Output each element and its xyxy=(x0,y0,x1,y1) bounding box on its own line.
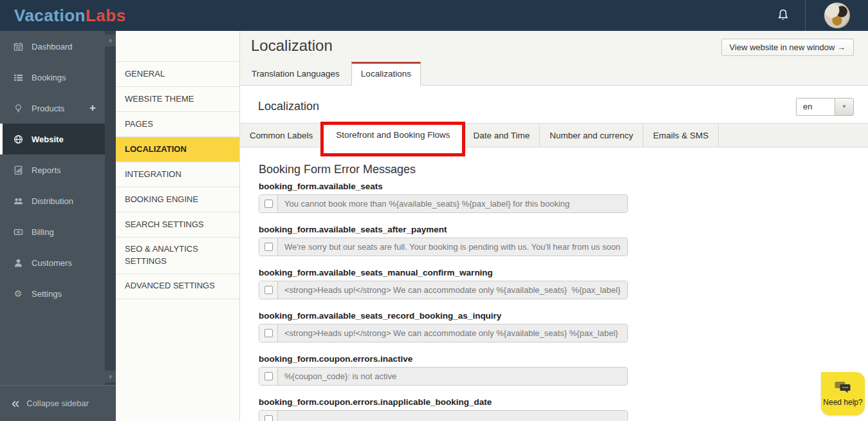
sidebar-scrollbar[interactable]: ∧ ∨ xyxy=(105,31,116,385)
tab-translation-languages[interactable]: Translation Languages xyxy=(240,62,351,86)
report-icon xyxy=(13,165,23,175)
scroll-down-icon[interactable]: ∨ xyxy=(105,371,116,382)
translate-checkbox[interactable] xyxy=(264,372,273,380)
subnav-item-seo-analytics-settings[interactable]: SEO & ANALYTICS SETTINGS xyxy=(116,238,239,274)
billing-icon xyxy=(13,227,23,237)
chevron-down-icon[interactable]: ▼ xyxy=(835,98,853,115)
subnav-item-search-settings[interactable]: SEARCH SETTINGS xyxy=(116,212,239,238)
sidebar-item-billing[interactable]: Billing xyxy=(0,216,105,247)
section-heading: Booking Form Error Messages xyxy=(259,163,868,176)
field-available-seats-after-payment: booking_form.available_seats_after_payme… xyxy=(259,225,868,256)
subtab-number-and-currency[interactable]: Number and currency xyxy=(540,124,643,147)
checkbox-addon xyxy=(259,238,278,256)
sidebar-item-products[interactable]: Products + xyxy=(0,93,105,124)
translation-input-group xyxy=(259,324,628,342)
language-select-value: en xyxy=(797,98,835,115)
sidebar-item-reports[interactable]: Reports xyxy=(0,154,105,185)
bell-icon xyxy=(777,8,790,23)
subnav-item-booking-engine[interactable]: BOOKING ENGINE xyxy=(116,187,239,212)
subnav-item-integration[interactable]: INTEGRATION xyxy=(116,162,239,187)
checkbox-addon xyxy=(259,195,278,212)
translate-checkbox[interactable] xyxy=(264,286,273,294)
checkbox-addon xyxy=(259,411,278,421)
sidebar-item-settings[interactable]: ⚙ Settings xyxy=(0,278,105,309)
field-key-label: booking_form.coupon.errors.inapplicable_… xyxy=(259,397,868,407)
gear-icon: ⚙ xyxy=(13,288,23,299)
main-tabs: Translation Languages Localizations xyxy=(240,62,421,86)
sidebar-item-label: Dashboard xyxy=(32,42,73,51)
primary-sidebar: Dashboard Bookings Products + Website Re… xyxy=(0,31,105,385)
need-help-label: Need help? xyxy=(823,398,862,407)
subtab-common-labels[interactable]: Common Labels xyxy=(240,124,323,147)
add-product-icon[interactable]: + xyxy=(89,102,96,115)
translate-checkbox[interactable] xyxy=(264,200,273,208)
double-chevron-left-icon: « xyxy=(12,397,19,411)
subnav-label: ADVANCED SETTINGS xyxy=(125,280,215,292)
translation-input[interactable] xyxy=(278,195,627,212)
customer-icon xyxy=(13,257,23,268)
field-key-label: booking_form.available_seats_after_payme… xyxy=(259,225,868,234)
subnav-item-website-theme[interactable]: WEBSITE THEME xyxy=(116,87,239,112)
translate-checkbox[interactable] xyxy=(264,329,273,337)
list-icon xyxy=(13,72,23,82)
field-key-label: booking_form.available_seats_record_book… xyxy=(259,311,868,321)
website-settings-nav: GENERAL WEBSITE THEME PAGES LOCALIZATION… xyxy=(116,31,240,421)
vacationlabs-logo[interactable]: VacationLabs xyxy=(14,6,126,26)
view-website-button[interactable]: View website in new window → xyxy=(721,39,854,56)
page-header: Localization View website in new window … xyxy=(240,31,868,86)
subnav-spacer xyxy=(116,31,239,62)
translation-input[interactable] xyxy=(278,238,627,256)
translation-input-group xyxy=(259,238,628,256)
page-title: Localization xyxy=(251,37,333,55)
avatar xyxy=(824,3,850,28)
sidebar-item-bookings[interactable]: Bookings xyxy=(0,62,105,93)
subnav-label: INTEGRATION xyxy=(125,169,181,181)
subnav-label: BOOKING ENGINE xyxy=(125,194,198,206)
sidebar-item-distribution[interactable]: Distribution xyxy=(0,185,105,216)
need-help-button[interactable]: Need help? xyxy=(821,372,865,415)
translation-input[interactable] xyxy=(278,411,627,421)
collapse-sidebar-label: Collapse sidebar xyxy=(26,398,89,408)
logo-part-labs: Labs xyxy=(86,6,126,25)
sidebar-item-label: Customers xyxy=(32,258,72,268)
subnav-item-localization[interactable]: LOCALIZATION xyxy=(116,137,239,162)
subnav-item-advanced-settings[interactable]: ADVANCED SETTINGS xyxy=(116,274,239,299)
translation-input-group xyxy=(259,281,628,299)
subtab-storefront-and-booking-flows[interactable]: Storefront and Booking Flows xyxy=(323,124,463,147)
translation-input[interactable] xyxy=(278,368,627,385)
translate-checkbox[interactable] xyxy=(264,415,273,421)
scroll-up-icon[interactable]: ∧ xyxy=(105,35,116,46)
notifications-button[interactable] xyxy=(761,0,806,31)
sidebar-item-dashboard[interactable]: Dashboard xyxy=(0,31,105,62)
subnav-item-general[interactable]: GENERAL xyxy=(116,62,239,87)
translation-input[interactable] xyxy=(278,281,627,299)
localization-subtabs: Common Labels Storefront and Booking Flo… xyxy=(240,123,868,147)
subtab-date-and-time[interactable]: Date and Time xyxy=(463,124,540,147)
topbar: VacationLabs xyxy=(0,0,868,31)
lightbulb-icon xyxy=(13,103,23,113)
translation-input[interactable] xyxy=(278,324,627,342)
sidebar-item-label: Distribution xyxy=(32,196,73,206)
translate-checkbox[interactable] xyxy=(264,243,273,251)
tab-localizations[interactable]: Localizations xyxy=(351,62,421,86)
booking-form-error-messages-section: Booking Form Error Messages booking_form… xyxy=(240,163,868,421)
sidebar-item-customers[interactable]: Customers xyxy=(0,247,105,278)
field-coupon-inapplicable-booking-date: booking_form.coupon.errors.inapplicable_… xyxy=(259,397,868,421)
collapse-sidebar-button[interactable]: « Collapse sidebar xyxy=(0,385,116,421)
sidebar-item-website[interactable]: Website xyxy=(0,124,105,154)
main-content: Localization View website in new window … xyxy=(240,31,868,421)
sidebar-item-label: Website xyxy=(32,135,64,144)
checkbox-addon xyxy=(259,368,278,385)
user-menu[interactable] xyxy=(806,0,868,31)
subnav-item-pages[interactable]: PAGES xyxy=(116,112,239,137)
section-title: Localization xyxy=(258,100,319,113)
field-key-label: booking_form.available_seats xyxy=(259,182,868,191)
subtab-emails-sms[interactable]: Emails & SMS xyxy=(643,124,719,147)
localization-section-header: Localization en ▼ xyxy=(240,86,868,117)
sidebar-item-label: Products xyxy=(32,104,64,113)
subtab-label: Storefront and Booking Flows xyxy=(336,130,450,140)
language-select[interactable]: en ▼ xyxy=(796,98,854,116)
sidebar-item-label: Billing xyxy=(32,227,54,237)
subnav-label: LOCALIZATION xyxy=(125,144,187,156)
logo-part-vacation: Vacation xyxy=(14,6,86,25)
